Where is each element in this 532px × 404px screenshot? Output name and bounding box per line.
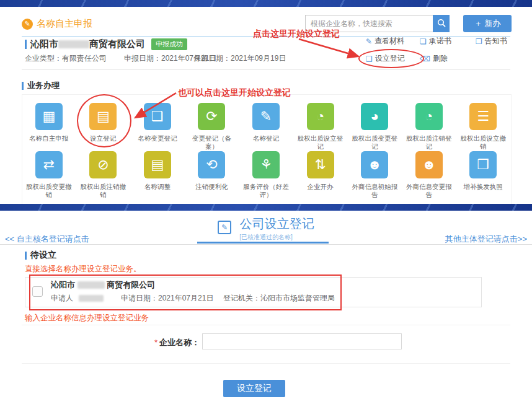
clipboard-refresh-icon: ⟳ <box>198 103 225 130</box>
required-asterisk: * <box>154 338 157 347</box>
business-item-label: 股权出质注销撤销 <box>78 183 128 199</box>
link-self-name-check[interactable]: << 自主核名登记请点击 <box>5 234 89 245</box>
candidate-name-suffix: 商贸有限公司 <box>107 280 155 289</box>
business-item-label: 企业开办 <box>308 183 334 191</box>
business-item-equity-pledge-change[interactable]: ◕ 股权出质变更登记 <box>347 103 402 151</box>
edit-badge-icon: ✎ <box>22 19 33 30</box>
business-grid-row-2: ⇄ 股权出质变更撤销 ⊘ 股权出质注销撤销 ▤ 名称调整 ⟲ 注销便利化 ⚘ 服… <box>22 151 510 199</box>
tip-select-name: 直接选择名称办理设立登记业务。 <box>25 264 141 274</box>
action-view-materials[interactable]: ✎ 查看材料 <box>366 36 404 46</box>
business-item-label: 变更登记（备案） <box>186 134 237 151</box>
swap-arrows-icon: ⇄ <box>35 151 63 178</box>
candidate-authority: 登记机关：沁阳市市场监督管理局 <box>223 293 335 304</box>
arrow-to-setup-link <box>299 39 358 56</box>
flower-icon: ⚘ <box>252 151 280 178</box>
loop-arrow-icon: ⟲ <box>198 151 225 178</box>
business-item-label: 服务评价（好差评） <box>241 183 291 199</box>
page-title: ✎ 名称自主申报 <box>22 18 92 30</box>
divider <box>22 325 510 325</box>
merge-arrows-icon: ⇅ <box>307 151 334 178</box>
person-icon: ☻ <box>415 151 443 178</box>
business-item-equity-pledge-change-revoke[interactable]: ⇄ 股权出质变更撤销 <box>22 151 76 199</box>
action-label: 承诺书 <box>429 36 451 46</box>
applicant-label: 申请人 <box>51 294 73 302</box>
business-item-label: 注销便利化 <box>195 183 228 191</box>
list-icon: ☰ <box>469 103 497 130</box>
pie-chart-icon: ◕ <box>361 103 388 130</box>
action-label: 设立登记 <box>375 53 405 64</box>
business-grid-row-1: ▦ 名称自主申报 ▤ 设立登记 ❏ 名称变更登记 ⟳ 变更登记（备案） ✎ 名称… <box>22 103 510 151</box>
tip-input-name: 输入企业名称信息办理设立登记业务 <box>25 313 149 323</box>
business-item-equity-pledge-cancellation[interactable]: ◔ 股权出质注销登记 <box>402 103 456 151</box>
accent-bar <box>22 82 24 90</box>
action-notification-letter[interactable]: ❐ 告知书 <box>476 36 507 46</box>
declared-company-name: 沁阳市 商贸有限公司 申报成功 <box>25 38 187 50</box>
search-icon <box>437 19 446 29</box>
document-icon: ❐ <box>476 37 482 46</box>
clipboard-pencil-icon: ✎ <box>252 103 280 130</box>
pie-chart-icon: ◔ <box>415 103 443 130</box>
action-commitment-letter[interactable]: ❏ 承诺书 <box>420 36 451 46</box>
page-title-text: 名称自主申报 <box>37 18 92 30</box>
section-divider <box>22 69 510 70</box>
business-item-service-evaluation[interactable]: ⚘ 服务评价（好差评） <box>239 151 293 199</box>
business-item-name-self-declaration[interactable]: ▦ 名称自主申报 <box>22 103 76 151</box>
person-icon: ☻ <box>361 151 388 178</box>
document-icon: ❑ <box>366 55 373 63</box>
enterprise-name-label-text: 企业名称： <box>159 338 200 347</box>
candidate-apply-date: 申请日期：2021年07月21日 <box>121 293 213 304</box>
business-item-label: 名称登记 <box>253 134 279 143</box>
business-item-equity-pledge-establishment-revoke[interactable]: ☰ 股权出质设立撤销 <box>456 103 511 151</box>
new-application-button[interactable]: ＋ 新办 <box>463 15 512 32</box>
redacted-text <box>79 295 104 302</box>
trash-icon: ⌫ <box>420 55 430 63</box>
business-section-title: 业务办理 <box>22 80 60 91</box>
business-item-name-change-registration[interactable]: ❏ 名称变更登记 <box>130 103 185 151</box>
pie-chart-icon: ◔ <box>307 103 334 130</box>
business-item-foreign-info-initial-report[interactable]: ☻ 外商信息初始报告 <box>347 151 402 199</box>
document-plus-icon: ❐ <box>469 151 497 178</box>
accent-bar <box>25 40 27 49</box>
pending-section-title: 待设立 <box>25 250 56 261</box>
enterprise-name-input[interactable] <box>202 333 402 349</box>
retain-date: 保留日期：2021年09月19日 <box>193 53 286 64</box>
document-edit-icon: ✎ <box>366 37 372 46</box>
business-item-equity-pledge-establishment[interactable]: ◔ 股权出质设立登记 <box>293 103 348 151</box>
divider <box>22 363 510 364</box>
business-item-change-registration-filing[interactable]: ⟳ 变更登记（备案） <box>185 103 239 151</box>
active-tab-underline <box>197 242 329 244</box>
redacted-text <box>78 281 105 289</box>
circle-slash-icon: ⊘ <box>89 151 117 178</box>
business-item-enterprise-opening[interactable]: ⇅ 企业开办 <box>293 151 348 199</box>
business-item-label: 股权出质注销登记 <box>404 134 454 151</box>
business-item-cancellation-facilitation[interactable]: ⟲ 注销便利化 <box>185 151 239 199</box>
redacted-text <box>58 40 89 48</box>
business-item-label: 名称变更登记 <box>138 134 177 143</box>
annotation-click-here-alt: 也可以点击这里开始设立登记 <box>178 87 291 99</box>
page: ✎ 名称自主申报 ＋ 新办 沁阳市 商贸有限公司 申报成功 企业类型：有限责任公… <box>0 0 532 404</box>
document-pencil-icon: ✎ <box>218 221 231 234</box>
action-establishment-registration[interactable]: ❑ 设立登记 <box>366 53 405 64</box>
candidate-name-prefix: 沁阳市 <box>51 280 75 289</box>
business-item-name-registration[interactable]: ✎ 名称登记 <box>239 103 293 151</box>
link-other-entity[interactable]: 其他主体登记请点击>> <box>445 234 527 245</box>
business-item-license-reissue[interactable]: ❐ 增补换发执照 <box>456 151 511 199</box>
top-banner <box>0 0 532 7</box>
document-icon: ❏ <box>420 37 427 46</box>
business-item-label: 股权出质变更登记 <box>349 134 400 151</box>
business-item-foreign-info-change-report[interactable]: ☻ 外商信息变更报告 <box>402 151 456 199</box>
company-type: 企业类型：有限责任公司 <box>25 53 107 64</box>
action-label: 告知书 <box>485 36 507 46</box>
search-button[interactable] <box>433 15 450 32</box>
clipboard-icon: ▤ <box>89 103 117 130</box>
action-delete[interactable]: ⌫ 删除 <box>420 53 448 64</box>
company-name-suffix: 商贸有限公司 <box>89 38 145 50</box>
pending-title-text: 待设立 <box>30 250 56 261</box>
business-item-establishment-registration[interactable]: ▤ 设立登记 <box>76 103 131 151</box>
business-item-label: 股权出质变更撤销 <box>24 183 74 199</box>
business-item-label: 名称调整 <box>144 183 171 191</box>
business-item-name-adjustment[interactable]: ▤ 名称调整 <box>130 151 185 199</box>
business-item-equity-pledge-cancellation-revoke[interactable]: ⊘ 股权出质注销撤销 <box>76 151 131 199</box>
candidate-checkbox[interactable] <box>32 286 43 297</box>
establishment-registration-submit-button[interactable]: 设立登记 <box>223 380 285 397</box>
